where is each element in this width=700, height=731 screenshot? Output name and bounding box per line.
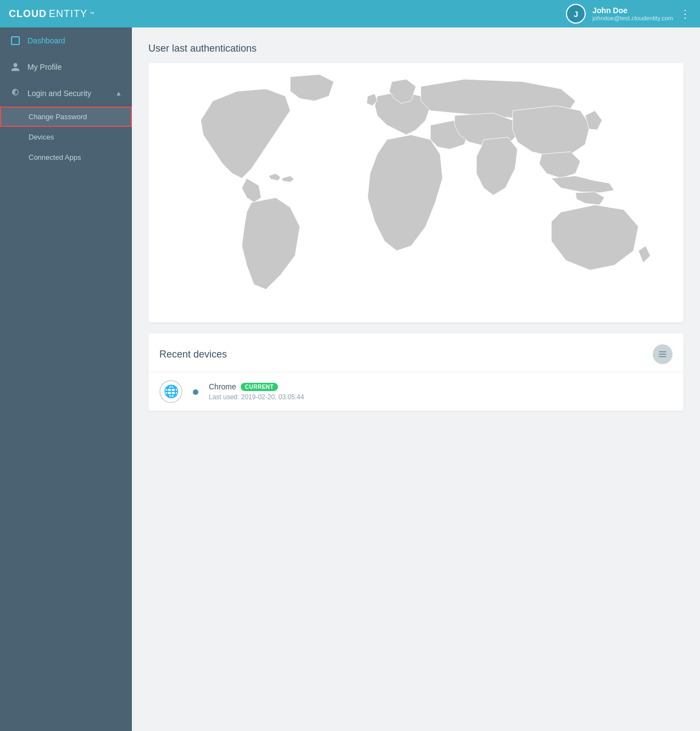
- chrome-dot-icon: [193, 389, 198, 395]
- logo: CLOUDENTITY™: [9, 8, 95, 20]
- world-map: [157, 72, 675, 314]
- globe-icon: 🌐: [159, 380, 182, 403]
- app-header: CLOUDENTITY™ J John Doe johndoe@test.clo…: [0, 0, 700, 27]
- sidebar-my-profile-label: My Profile: [27, 63, 122, 71]
- sidebar-item-my-profile[interactable]: My Profile: [0, 54, 132, 80]
- world-map-svg: [157, 72, 675, 314]
- devices-card-header: Recent devices: [148, 333, 684, 372]
- sidebar: Dashboard My Profile Login: [0, 27, 132, 731]
- change-password-label: Change Password: [29, 113, 87, 121]
- user-info: John Doe johndoe@test.cloudentity.com: [592, 6, 673, 21]
- device-name: Chrome: [209, 382, 236, 391]
- sidebar-item-dashboard[interactable]: Dashboard: [0, 27, 132, 54]
- devices-section-title: Recent devices: [159, 349, 227, 360]
- user-email: johndoe@test.cloudentity.com: [592, 15, 673, 21]
- list-view-button[interactable]: [653, 344, 673, 364]
- header-right: J John Doe johndoe@test.cloudentity.com …: [566, 4, 691, 24]
- device-name-row: Chrome CURRENT: [209, 382, 673, 391]
- devices-label: Devices: [29, 133, 54, 141]
- chevron-up-icon: ▲: [115, 90, 122, 97]
- sidebar-subitem-devices[interactable]: Devices: [0, 127, 132, 147]
- logo-tm: ™: [90, 11, 95, 16]
- devices-card: Recent devices 🌐 C: [148, 333, 684, 411]
- sidebar-subitem-connected-apps[interactable]: Connected Apps: [0, 147, 132, 168]
- avatar: J: [566, 4, 586, 24]
- device-info: Chrome CURRENT Last used: 2019-02-20, 03…: [209, 382, 673, 401]
- main-content: User last authentications: [132, 27, 700, 731]
- user-name: John Doe: [592, 6, 673, 15]
- platform-icons: [190, 388, 201, 395]
- sidebar-dashboard-label: Dashboard: [27, 36, 122, 45]
- list-icon: [658, 349, 668, 359]
- svg-rect-3: [659, 356, 666, 358]
- auth-section-title: User last authentications: [148, 43, 684, 54]
- sidebar-item-login-security[interactable]: Login and Security ▲: [0, 80, 132, 107]
- person-icon: [10, 62, 21, 72]
- main-layout: Dashboard My Profile Login: [0, 27, 700, 731]
- header-menu-button[interactable]: ⋮: [680, 7, 691, 20]
- sidebar-subitem-change-password[interactable]: Change Password: [0, 107, 132, 127]
- svg-rect-1: [659, 351, 666, 353]
- connected-apps-label: Connected Apps: [29, 153, 81, 161]
- sidebar-login-security-label: Login and Security: [27, 89, 109, 98]
- map-card: [148, 63, 684, 322]
- device-last-used: Last used: 2019-02-20, 03:05:44: [209, 393, 673, 401]
- dashboard-icon: [10, 35, 21, 46]
- fingerprint-icon: [10, 88, 21, 99]
- logo-cloud-text: CLOUD: [9, 8, 47, 20]
- current-badge: CURRENT: [241, 383, 278, 391]
- logo-entity-text: ENTITY: [49, 8, 87, 20]
- device-row: 🌐 Chrome CURRENT Last used: 2019-02-20, …: [148, 372, 684, 411]
- svg-rect-2: [659, 354, 666, 355]
